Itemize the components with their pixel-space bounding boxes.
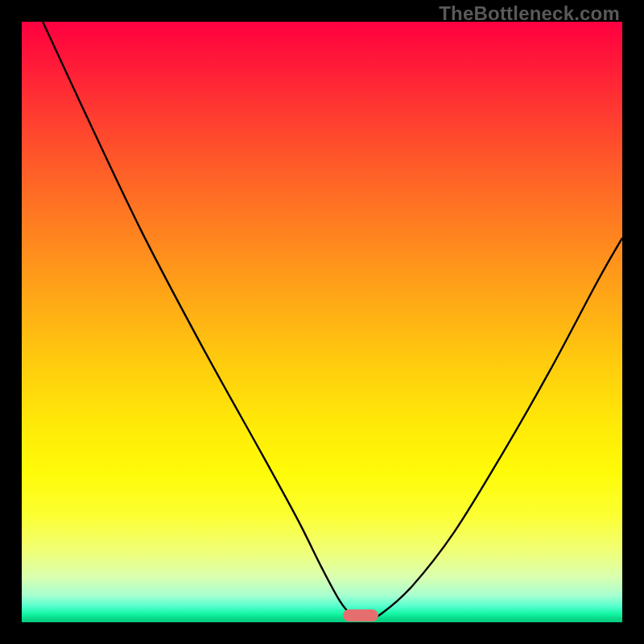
curve-path xyxy=(43,22,622,619)
attribution-label: TheBottleneck.com xyxy=(439,2,620,25)
optimal-point-marker xyxy=(343,609,378,621)
bottleneck-curve xyxy=(22,22,622,622)
plot-area xyxy=(22,22,622,622)
